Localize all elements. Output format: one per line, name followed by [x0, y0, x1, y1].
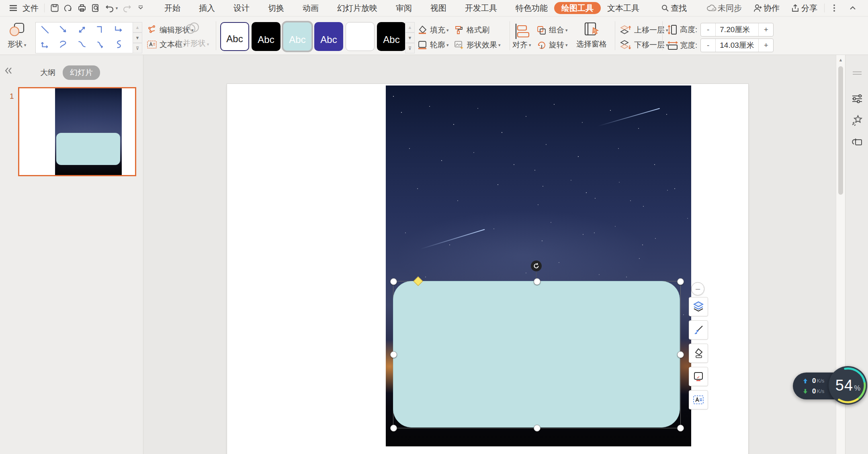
selection-pane-button[interactable]: 选择窗格 — [571, 21, 612, 49]
elbow-arrow-connector-icon[interactable] — [110, 22, 128, 37]
slide-page[interactable] — [227, 84, 748, 454]
rotate-handle[interactable] — [531, 261, 542, 271]
file-menu[interactable]: 文件 — [20, 0, 41, 16]
s-curve-shape-icon[interactable] — [110, 37, 128, 51]
menu-review[interactable]: 审阅 — [393, 0, 414, 16]
style-more-icon[interactable]: ⊽ — [405, 43, 415, 53]
rotate-button[interactable]: 旋转▾ — [536, 40, 568, 50]
menu-transitions[interactable]: 切换 — [266, 0, 287, 16]
elbow-double-arrow-icon[interactable] — [36, 37, 54, 51]
collapse-ribbon-icon[interactable] — [849, 4, 857, 12]
scroll-up-icon[interactable]: ▲ — [836, 55, 845, 65]
style-preset-2[interactable]: Abc — [252, 22, 280, 51]
line-shape-icon[interactable] — [36, 22, 54, 37]
undo-icon[interactable]: ▾ — [102, 1, 120, 15]
text-style-button[interactable] — [689, 390, 708, 409]
resize-handle-bottom-left[interactable] — [390, 425, 397, 432]
tab-outline[interactable]: 大纲 — [40, 67, 55, 78]
collapse-panel-icon[interactable] — [4, 66, 13, 75]
tab-drawing-tools[interactable]: 绘图工具 — [554, 2, 601, 14]
print-icon[interactable] — [75, 1, 89, 15]
hamburger-icon[interactable] — [9, 4, 18, 12]
double-arrow-shape-icon[interactable] — [73, 22, 91, 37]
width-value[interactable]: 14.03厘米 — [715, 39, 759, 52]
group-button[interactable]: 组合▾ — [536, 25, 568, 35]
search-label: 查找 — [669, 0, 689, 16]
fill-color-button[interactable] — [689, 344, 708, 363]
slide-thumbnail[interactable] — [18, 87, 136, 176]
slide-canvas[interactable]: – — [143, 55, 836, 454]
collaborate-label: 协作 — [763, 0, 782, 16]
resize-handle-bottom-right[interactable] — [677, 425, 684, 432]
zoom-indicator-widget[interactable]: 54 % — [829, 366, 867, 405]
divider — [44, 4, 45, 12]
style-preset-5[interactable] — [346, 22, 375, 51]
transition-icon[interactable] — [845, 133, 868, 151]
share-button[interactable]: 分享 — [791, 0, 820, 16]
send-backward-button[interactable]: 下移一层▾ — [620, 40, 668, 50]
collapse-quick-toolbar-button[interactable]: – — [691, 282, 704, 295]
menu-slideshow[interactable]: 幻灯片放映 — [335, 0, 380, 16]
layer-options-button[interactable] — [689, 297, 708, 316]
sync-status[interactable]: 未同步 — [706, 0, 744, 16]
customize-quickbar-icon[interactable] — [134, 1, 147, 15]
elbow-connector-icon[interactable] — [91, 22, 110, 37]
resize-handle-bottom-center[interactable] — [534, 425, 540, 432]
collaborate-button[interactable]: 协作 — [753, 0, 782, 16]
curve-shape-icon[interactable] — [54, 37, 73, 51]
menu-design[interactable]: 设计 — [231, 0, 252, 16]
effects-star-icon[interactable] — [845, 111, 868, 130]
menu-developer[interactable]: 开发工具 — [463, 0, 500, 16]
menu-insert[interactable]: 插入 — [197, 0, 217, 16]
style-brush-button[interactable] — [689, 320, 708, 340]
undo-dropdown-caret[interactable]: ▾ — [116, 6, 118, 10]
selected-rounded-rectangle[interactable] — [393, 281, 680, 428]
gallery-more-icon[interactable]: ⊽ — [133, 43, 142, 53]
menu-home[interactable]: 开始 — [162, 0, 183, 16]
height-value[interactable]: 7.20厘米 — [715, 23, 759, 36]
style-preset-4[interactable]: Abc — [314, 22, 343, 51]
curved-connector-icon[interactable] — [73, 37, 91, 51]
scrollbar-thumb[interactable] — [838, 66, 843, 195]
search-button[interactable]: 查找 — [661, 0, 689, 16]
panel-drag-handle-icon[interactable] — [845, 64, 868, 82]
format-painter-icon — [454, 25, 464, 35]
resize-handle-top-right[interactable] — [677, 278, 684, 285]
format-painter-button[interactable]: 格式刷 — [454, 25, 489, 35]
resize-handle-middle-left[interactable] — [390, 351, 397, 358]
resize-handle-top-left[interactable] — [390, 278, 397, 285]
bring-forward-button[interactable]: 上移一层▾ — [620, 25, 668, 35]
outline-style-button[interactable] — [689, 367, 708, 386]
width-increase-button[interactable]: + — [759, 39, 773, 52]
menu-special-features[interactable]: 特色功能 — [513, 0, 550, 16]
curved-arrow-connector-icon[interactable] — [91, 37, 110, 51]
menu-animation[interactable]: 动画 — [300, 0, 321, 16]
style-scroll-up-icon[interactable]: ▲ — [405, 22, 415, 33]
style-scroll-down-icon[interactable]: ▼ — [405, 33, 415, 43]
align-button[interactable]: 对齐▾ — [512, 40, 531, 50]
tab-slides[interactable]: 幻灯片 — [63, 65, 100, 80]
gallery-scroll-up-icon[interactable]: ▲ — [133, 22, 142, 33]
height-decrease-button[interactable]: - — [701, 23, 715, 36]
tab-text-tools[interactable]: 文本工具 — [605, 0, 642, 16]
width-decrease-button[interactable]: - — [701, 39, 715, 52]
shapes-button[interactable]: 形状▾ — [4, 19, 30, 53]
shape-gallery-scroll: ▲ ▼ ⊽ — [133, 22, 142, 53]
object-properties-icon[interactable] — [845, 90, 868, 108]
more-options-icon[interactable] — [830, 3, 838, 13]
height-increase-button[interactable]: + — [759, 23, 773, 36]
resize-handle-top-center[interactable] — [534, 278, 540, 285]
style-preset-3-selected[interactable]: Abc — [283, 22, 312, 51]
fill-button[interactable]: 填充▾ — [417, 25, 449, 35]
arrow-shape-icon[interactable] — [54, 22, 73, 37]
menu-view[interactable]: 视图 — [428, 0, 449, 16]
shape-effects-button[interactable]: 形状效果▾ — [454, 40, 501, 50]
save-icon[interactable] — [48, 1, 61, 15]
export-pdf-icon[interactable] — [61, 1, 75, 15]
gallery-scroll-down-icon[interactable]: ▼ — [133, 33, 142, 43]
style-preset-6[interactable]: Abc — [377, 22, 406, 51]
outline-button[interactable]: 轮廓▾ — [417, 40, 449, 50]
style-preset-1[interactable]: Abc — [220, 22, 249, 51]
resize-handle-middle-right[interactable] — [677, 351, 684, 358]
print-preview-icon[interactable] — [89, 1, 102, 15]
